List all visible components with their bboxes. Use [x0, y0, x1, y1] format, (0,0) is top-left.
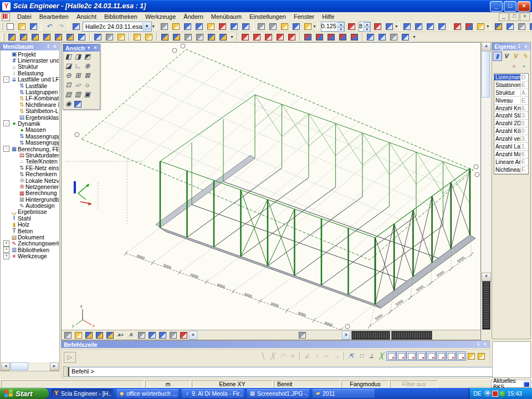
zoom-out-icon[interactable] — [64, 71, 73, 80]
undo-icon[interactable] — [43, 21, 55, 32]
tangent-snap-icon[interactable] — [426, 351, 436, 361]
pin-icon[interactable] — [475, 341, 482, 347]
new-plate-icon[interactable] — [76, 32, 88, 42]
tree-item[interactable]: Autodesign — [1, 202, 59, 208]
note-dropdown[interactable]: ▾ — [314, 22, 316, 31]
tree-item[interactable]: Ergebnisklasse... — [1, 114, 59, 120]
tree-item[interactable]: Massen — [1, 127, 59, 133]
scale-spinner[interactable]: 0.125 ▲▼ — [321, 22, 345, 32]
name-icon[interactable] — [502, 52, 511, 61]
scroll-down-icon[interactable]: ▼ — [482, 273, 491, 282]
docked-bar[interactable] — [352, 331, 390, 339]
tree-item[interactable]: + Bibliotheken — [1, 247, 59, 253]
tree-item[interactable]: Ergebnisse — [1, 209, 59, 215]
grid-red-icon[interactable] — [178, 330, 189, 340]
select-all-icon[interactable] — [286, 32, 298, 42]
image-icon[interactable] — [240, 21, 252, 32]
snap-line-icon[interactable] — [258, 351, 268, 361]
abc-plus-icon[interactable] — [115, 330, 126, 340]
tree-item[interactable]: Lokale Netzve... — [1, 177, 59, 183]
transform-icon[interactable] — [206, 32, 217, 42]
view-xz-icon[interactable] — [83, 52, 92, 62]
spin-up-icon[interactable]: ▲ — [337, 22, 344, 27]
menu-item[interactable]: Einstellungen — [245, 13, 290, 21]
load-scale-icon[interactable] — [346, 21, 357, 32]
expand-toggle[interactable]: - — [3, 120, 9, 126]
book-icon[interactable] — [279, 21, 290, 32]
copy-node-icon[interactable] — [131, 32, 143, 42]
command-input[interactable]: Befehl > — [68, 367, 503, 377]
print-icon[interactable] — [255, 21, 267, 32]
table-icon[interactable] — [372, 21, 383, 32]
tray-app-icon[interactable] — [492, 391, 498, 397]
tree-item[interactable]: Nichtlineare LF... — [1, 101, 59, 108]
tree-item[interactable]: Massengruppe... — [1, 139, 59, 145]
property-row[interactable]: Anzahl Kör... 0 — [494, 127, 528, 135]
rotate-icon[interactable] — [314, 32, 325, 42]
ucs-icon[interactable] — [73, 62, 83, 71]
new-haunch-icon[interactable] — [64, 32, 76, 42]
zoom-in-icon[interactable] — [83, 62, 92, 71]
copy-load-icon[interactable] — [194, 32, 206, 42]
status-units[interactable]: m — [145, 380, 191, 387]
tree-item[interactable]: + Zeichnungswerkze... — [1, 241, 59, 247]
tray-updater-icon[interactable] — [499, 391, 505, 397]
tree-item[interactable]: Rechenkern ei... — [1, 171, 59, 177]
menubaum-caption[interactable]: Menübaum — [1, 43, 59, 50]
mesh-view-icon[interactable] — [136, 330, 147, 340]
merge-nodes-icon[interactable] — [143, 32, 155, 42]
model-viewport[interactable]: 5000 5000 5000 5000 5000 5000 5000 5000 … — [61, 42, 481, 340]
property-row[interactable]: Lineare An... F. — [494, 158, 528, 166]
arc-snap-icon[interactable] — [456, 351, 466, 361]
tree-item[interactable]: Stahlbeton-LFK... — [1, 108, 59, 114]
close-icon[interactable] — [482, 341, 488, 347]
length-snap-icon[interactable] — [446, 351, 456, 361]
new-bracing-icon[interactable] — [53, 32, 64, 42]
snap-delete-icon[interactable] — [288, 351, 298, 361]
expand-toggle[interactable]: + — [3, 253, 9, 259]
clean-icon[interactable] — [388, 32, 400, 42]
tree-item[interactable]: - Lastfälle und LF-K... — [1, 76, 59, 83]
menu-item[interactable]: Menübaum — [207, 13, 245, 21]
cone-icon[interactable] — [84, 330, 94, 340]
pin-icon[interactable] — [516, 44, 523, 50]
select-node-icon[interactable] — [251, 32, 263, 42]
taskbar-task[interactable]: 9. Al Di Meola - Fir... — [182, 389, 244, 398]
line-load-icon[interactable] — [171, 32, 182, 42]
perp-snap-icon[interactable] — [366, 351, 376, 361]
mdi-restore-button[interactable]: □ — [509, 13, 519, 21]
tree-item[interactable]: Lastgruppen — [1, 89, 59, 95]
flag-icon[interactable] — [105, 330, 115, 340]
snap-arc-icon[interactable] — [278, 351, 288, 361]
close-icon[interactable] — [523, 44, 529, 50]
property-row[interactable]: Lizenzname D. — [494, 74, 528, 81]
tree-item[interactable]: - Dynamik — [1, 120, 59, 126]
render-off-icon[interactable] — [73, 90, 83, 99]
table-gray-icon[interactable] — [168, 330, 178, 340]
intersect-snap-icon[interactable] — [376, 351, 386, 361]
zoom-all-icon[interactable] — [83, 71, 92, 80]
open-view-icon[interactable] — [73, 80, 83, 90]
count-spinner[interactable]: 8 ▲▼ — [359, 22, 371, 32]
scroll-thumb[interactable] — [11, 362, 28, 370]
scroll-left-icon[interactable]: ◄ — [1, 362, 10, 371]
snap-cross-icon[interactable] — [268, 351, 278, 361]
level-icon[interactable] — [94, 330, 105, 340]
tree-item[interactable]: - Berechnung, FE-N... — [1, 146, 59, 152]
property-row[interactable]: Struktur A. — [494, 89, 528, 97]
tree-item[interactable]: Netzgenerierun... — [1, 183, 59, 190]
menu-item[interactable]: Werkzeuge — [141, 13, 180, 21]
connect-members-icon[interactable] — [376, 32, 388, 42]
new-frame-icon[interactable] — [29, 32, 41, 42]
check-structure-icon[interactable] — [365, 32, 376, 42]
tree-item[interactable]: Linienraster und G... — [1, 57, 59, 63]
spin-up-icon[interactable]: ▲ — [364, 22, 370, 27]
dozer-icon[interactable] — [466, 351, 476, 361]
print-preview-icon[interactable] — [267, 21, 279, 32]
layers-icon[interactable] — [170, 21, 182, 32]
scroll-thumb[interactable] — [482, 51, 490, 98]
zoom-window-icon[interactable] — [73, 71, 83, 80]
tree-item[interactable]: Massengruppe... — [1, 133, 59, 139]
docked-bar[interactable] — [392, 331, 432, 339]
mirror-icon[interactable] — [325, 32, 337, 42]
